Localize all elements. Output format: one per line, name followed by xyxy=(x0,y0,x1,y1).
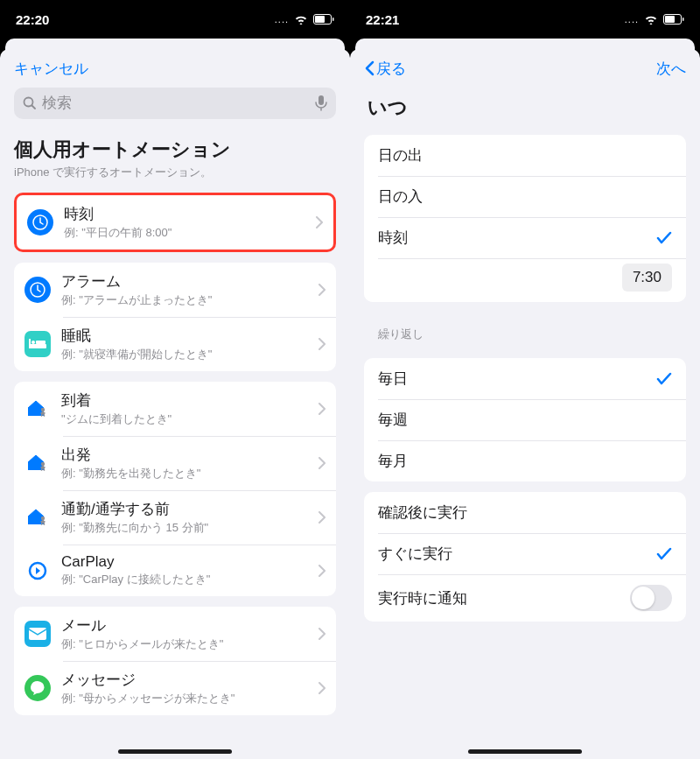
option-label: 確認後に実行 xyxy=(378,502,467,523)
chevron-right-icon xyxy=(318,284,326,296)
nav-bar: キャンセル xyxy=(0,49,350,88)
chevron-right-icon xyxy=(318,511,326,524)
row-title: アラーム xyxy=(61,271,318,292)
status-time: 22:21 xyxy=(366,12,399,27)
trigger-row-leave[interactable]: 出発 例: "勤務先を出発したとき" xyxy=(14,436,336,490)
page-title: 個人用オートメーション xyxy=(14,137,336,163)
row-title: CarPlay xyxy=(61,553,318,571)
row-subtitle: 例: "勤務先を出発したとき" xyxy=(61,466,318,481)
row-subtitle: 例: "勤務先に向かう 15 分前" xyxy=(61,520,318,536)
status-icons: .... xyxy=(275,14,334,25)
trigger-row-carplay[interactable]: CarPlay 例: "CarPlay に接続したとき" xyxy=(14,545,336,596)
back-label: 戻る xyxy=(376,59,406,79)
row-title: 到着 xyxy=(61,390,318,411)
section-header: 個人用オートメーション iPhone で実行するオートメーション。 xyxy=(0,130,350,182)
home-indicator[interactable] xyxy=(468,749,582,754)
svg-rect-2 xyxy=(332,18,334,21)
svg-rect-1 xyxy=(315,16,325,23)
cancel-button[interactable]: キャンセル xyxy=(14,59,88,79)
clock-icon xyxy=(27,209,53,235)
row-subtitle: 例: "平日の午前 8:00" xyxy=(64,225,316,241)
svg-point-10 xyxy=(32,341,35,344)
bed-icon xyxy=(24,331,51,357)
option-label: 時刻 xyxy=(378,228,408,248)
search-input[interactable] xyxy=(42,95,310,112)
svg-rect-19 xyxy=(682,18,684,21)
option-label: 日の入 xyxy=(378,186,423,207)
search-icon xyxy=(23,96,37,110)
trigger-row-message[interactable]: メッセージ 例: "母からメッセージが来たとき" xyxy=(14,661,336,715)
status-bar: 22:20 .... xyxy=(0,0,350,39)
chevron-right-icon xyxy=(318,628,326,640)
cellular-icon: .... xyxy=(625,14,639,25)
next-button[interactable]: 次へ xyxy=(656,59,686,79)
trigger-row-arrive[interactable]: 到着 "ジムに到着したとき" xyxy=(14,382,336,436)
row-subtitle: 例: "CarPlay に接続したとき" xyxy=(61,572,318,587)
bubble-icon xyxy=(24,675,51,701)
chevron-left-icon xyxy=(364,60,374,76)
when-option-sunset[interactable]: 日の入 xyxy=(364,176,686,217)
back-button[interactable]: 戻る xyxy=(364,59,406,79)
option-label: 毎週 xyxy=(378,410,408,430)
svg-rect-16 xyxy=(29,628,46,640)
battery-icon xyxy=(663,14,684,25)
svg-rect-9 xyxy=(29,339,31,348)
row-subtitle: "ジムに到着したとき" xyxy=(61,411,318,427)
repeat-option-monthly[interactable]: 毎月 xyxy=(364,440,686,481)
trigger-row-alarm[interactable]: アラーム 例: "アラームが止まったとき" xyxy=(14,263,336,317)
row-title: メッセージ xyxy=(61,670,318,690)
checkmark-icon xyxy=(656,372,672,386)
row-subtitle: 例: "就寝準備が開始したとき" xyxy=(61,347,318,362)
house-person-icon xyxy=(24,504,51,531)
when-option-sunrise[interactable]: 日の出 xyxy=(364,135,686,176)
status-bar: 22:21 .... xyxy=(350,0,700,39)
wifi-icon xyxy=(294,14,308,25)
row-title: メール xyxy=(61,615,318,636)
envelope-icon xyxy=(24,621,51,647)
row-subtitle: 例: "ヒロからメールが来たとき" xyxy=(61,636,318,652)
trigger-row-time[interactable]: 時刻 例: "平日の午前 8:00" xyxy=(17,195,333,249)
page-title: いつ xyxy=(350,88,700,124)
checkmark-icon xyxy=(656,231,672,245)
option-label: 毎日 xyxy=(378,369,408,389)
repeat-option-daily[interactable]: 毎日 xyxy=(364,358,686,399)
repeat-option-weekly[interactable]: 毎週 xyxy=(364,399,686,440)
notify-row: 実行時に通知 xyxy=(364,574,686,622)
run-option-confirm[interactable]: 確認後に実行 xyxy=(364,492,686,533)
when-option-time[interactable]: 時刻 xyxy=(364,217,686,258)
house-person-icon xyxy=(24,396,51,422)
row-subtitle: 例: "母からメッセージが来たとき" xyxy=(61,691,318,706)
trigger-row-commute[interactable]: 通勤/通学する前 例: "勤務先に向かう 15 分前" xyxy=(14,490,336,545)
time-picker-chip[interactable]: 7:30 xyxy=(622,264,672,292)
battery-icon xyxy=(313,14,334,25)
svg-rect-11 xyxy=(36,341,46,344)
chevron-right-icon xyxy=(318,338,326,350)
svg-rect-5 xyxy=(318,95,324,105)
search-field[interactable] xyxy=(14,88,336,119)
trigger-row-mail[interactable]: メール 例: "ヒロからメールが来たとき" xyxy=(14,607,336,661)
row-title: 時刻 xyxy=(64,204,316,224)
checkmark-icon xyxy=(656,547,672,561)
house-person-icon xyxy=(24,450,51,476)
carplay-icon xyxy=(24,558,51,584)
chevron-right-icon xyxy=(318,565,326,577)
notify-label: 実行時に通知 xyxy=(378,588,467,608)
mic-icon[interactable] xyxy=(315,95,327,111)
chevron-right-icon xyxy=(318,403,326,415)
run-option-immediate[interactable]: すぐに実行 xyxy=(364,533,686,574)
wifi-icon xyxy=(644,14,658,25)
page-subtitle: iPhone で実行するオートメーション。 xyxy=(14,165,336,180)
nav-bar: 戻る 次へ xyxy=(350,49,700,88)
chevron-right-icon xyxy=(316,216,323,228)
chevron-right-icon xyxy=(318,457,326,469)
home-indicator[interactable] xyxy=(118,749,232,754)
trigger-row-sleep[interactable]: 睡眠 例: "就寝準備が開始したとき" xyxy=(14,317,336,371)
row-title: 睡眠 xyxy=(61,326,318,346)
row-subtitle: 例: "アラームが止まったとき" xyxy=(61,292,318,308)
row-title: 出発 xyxy=(61,445,318,465)
svg-rect-8 xyxy=(29,344,46,348)
row-title: 通勤/通学する前 xyxy=(61,499,318,519)
svg-line-4 xyxy=(32,106,36,109)
option-label: 日の出 xyxy=(378,145,423,165)
notify-toggle[interactable] xyxy=(630,585,672,611)
